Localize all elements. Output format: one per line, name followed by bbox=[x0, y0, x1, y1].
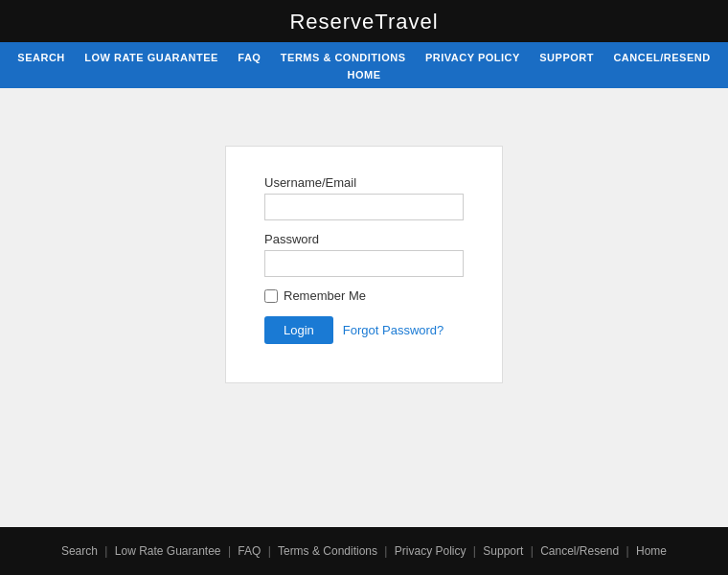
username-input[interactable] bbox=[264, 194, 464, 220]
nav-support[interactable]: SUPPORT bbox=[539, 52, 594, 63]
site-logo: ReserveTravel bbox=[289, 10, 438, 34]
footer-terms-conditions[interactable]: Terms & Conditions bbox=[278, 544, 377, 558]
remember-me-row: Remember Me bbox=[264, 288, 464, 303]
password-label: Password bbox=[264, 232, 464, 246]
footer-sep-6: | bbox=[531, 544, 534, 558]
footer: Search | Low Rate Guarantee | FAQ | Term… bbox=[0, 527, 728, 575]
footer-sep-5: | bbox=[473, 544, 476, 558]
footer-sep-1: | bbox=[104, 544, 107, 558]
remember-me-checkbox[interactable] bbox=[264, 289, 278, 303]
footer-support[interactable]: Support bbox=[483, 544, 523, 558]
remember-me-label: Remember Me bbox=[284, 288, 366, 303]
navbar: SEARCH LOW RATE GUARANTEE FAQ TERMS & CO… bbox=[0, 42, 728, 88]
footer-sep-2: | bbox=[228, 544, 231, 558]
footer-low-rate-guarantee[interactable]: Low Rate Guarantee bbox=[115, 544, 221, 558]
nav-search[interactable]: SEARCH bbox=[17, 52, 64, 63]
password-input[interactable] bbox=[264, 250, 464, 277]
footer-search[interactable]: Search bbox=[61, 544, 98, 558]
footer-privacy-policy[interactable]: Privacy Policy bbox=[395, 544, 466, 558]
footer-home[interactable]: Home bbox=[636, 544, 667, 558]
login-actions: Login Forgot Password? bbox=[264, 316, 464, 344]
footer-links: Search | Low Rate Guarantee | FAQ | Term… bbox=[0, 544, 728, 558]
login-box: Username/Email Password Remember Me Logi… bbox=[225, 146, 503, 383]
nav-low-rate-guarantee[interactable]: LOW RATE GUARANTEE bbox=[84, 52, 218, 63]
username-label: Username/Email bbox=[264, 175, 464, 190]
nav-cancel-resend[interactable]: CANCEL/RESEND bbox=[613, 52, 710, 63]
nav-terms-conditions[interactable]: TERMS & CONDITIONS bbox=[281, 52, 406, 63]
footer-sep-7: | bbox=[626, 544, 629, 558]
header: ReserveTravel bbox=[0, 0, 728, 42]
password-group: Password bbox=[264, 232, 464, 277]
nav-privacy-policy[interactable]: PRIVACY POLICY bbox=[425, 52, 520, 63]
footer-faq[interactable]: FAQ bbox=[238, 544, 261, 558]
forgot-password-link[interactable]: Forgot Password? bbox=[343, 323, 444, 337]
footer-cancel-resend[interactable]: Cancel/Resend bbox=[540, 544, 619, 558]
footer-sep-4: | bbox=[384, 544, 387, 558]
footer-sep-3: | bbox=[268, 544, 271, 558]
nav-home[interactable]: HOME bbox=[348, 69, 381, 80]
login-button[interactable]: Login bbox=[264, 316, 333, 344]
username-group: Username/Email bbox=[264, 175, 464, 220]
main-content: Username/Email Password Remember Me Logi… bbox=[0, 88, 728, 527]
nav-faq[interactable]: FAQ bbox=[238, 52, 261, 63]
